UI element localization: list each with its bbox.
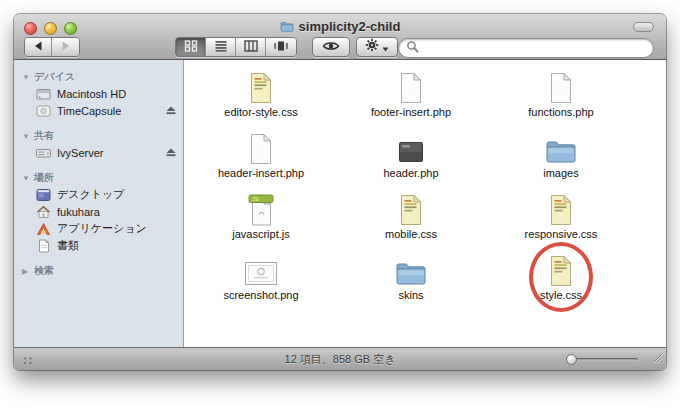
applications-icon	[36, 222, 52, 236]
forward-button[interactable]	[52, 38, 79, 56]
file-name: screenshot.png	[223, 289, 298, 301]
css-file-icon	[398, 191, 424, 226]
sidebar-section-label: 検索	[34, 264, 54, 278]
file-item[interactable]: style.css	[486, 249, 636, 310]
back-arrow-icon	[32, 38, 44, 56]
eject-icon[interactable]	[166, 147, 176, 159]
file-item[interactable]: header-insert.php	[186, 127, 336, 188]
list-view-button[interactable]	[206, 38, 236, 56]
document-file-icon	[248, 130, 274, 165]
search-input[interactable]	[423, 41, 646, 55]
css-file-icon	[548, 191, 574, 226]
back-button[interactable]	[25, 38, 52, 56]
icon-view-button[interactable]	[176, 38, 206, 56]
sidebar-item[interactable]: デスクトップ	[14, 186, 183, 203]
disclosure-triangle-icon[interactable]: ▼	[22, 73, 30, 82]
file-name: style.css	[540, 289, 582, 301]
home-icon	[36, 205, 52, 219]
quicklook-button[interactable]	[312, 37, 350, 57]
sidebar-section-header[interactable]: ▼デバイス	[14, 69, 183, 85]
sidebar-section-header[interactable]: ▶検索	[14, 263, 183, 279]
titlebar[interactable]: simplicity2-child	[14, 14, 666, 60]
column-view-button[interactable]	[236, 38, 266, 56]
documents-icon	[36, 239, 52, 253]
file-grid: editor-style.cssfooter-insert.phpfunctio…	[184, 60, 666, 347]
page-title: simplicity2-child	[299, 19, 401, 34]
hard-drive-icon	[36, 87, 52, 101]
file-item[interactable]: header.php	[336, 127, 486, 188]
file-name: editor-style.css	[224, 106, 297, 118]
svg-text:JS: JS	[252, 196, 259, 202]
file-name: javascript.js	[232, 228, 289, 240]
disclosure-triangle-icon[interactable]: ▶	[22, 267, 30, 276]
coverflow-view-icon	[273, 38, 289, 56]
sidebar-item[interactable]: TimeCapsule	[14, 102, 183, 119]
file-name: functions.php	[528, 106, 593, 118]
js-file-icon: JS	[247, 191, 275, 226]
icon-view-icon	[184, 38, 198, 56]
eye-icon	[322, 38, 340, 56]
file-item[interactable]: functions.php	[486, 66, 636, 127]
sidebar-section: ▶検索	[14, 263, 183, 279]
file-item[interactable]: JSjavascript.js	[186, 188, 336, 249]
sidebar-section-header[interactable]: ▼場所	[14, 170, 183, 186]
action-button[interactable]	[356, 37, 398, 57]
file-item[interactable]: responsive.css	[486, 188, 636, 249]
file-item[interactable]: images	[486, 127, 636, 188]
server-icon	[36, 146, 52, 160]
sidebar-section: ▼場所デスクトップfukuharaアプリケーション書類	[14, 170, 183, 254]
eject-icon[interactable]	[166, 105, 176, 117]
sidebar-item-label: アプリケーション	[57, 221, 147, 236]
forward-arrow-icon	[60, 38, 72, 56]
sidebar-item[interactable]: アプリケーション	[14, 220, 183, 237]
sidebar-item-label: fukuhara	[57, 206, 100, 218]
file-item[interactable]: screenshot.png	[186, 249, 336, 310]
image-thumbnail-icon	[244, 252, 278, 287]
sidebar-item[interactable]: 書類	[14, 237, 183, 254]
file-name: skins	[398, 289, 423, 301]
folder-icon	[280, 20, 294, 35]
disclosure-triangle-icon[interactable]: ▼	[22, 174, 30, 183]
nav-buttons	[24, 37, 80, 57]
sidebar-item[interactable]: fukuhara	[14, 203, 183, 220]
sidebar-item-label: 書類	[57, 238, 79, 253]
sidebar-item-label: TimeCapsule	[57, 105, 121, 117]
resize-grip[interactable]	[651, 349, 663, 367]
file-item[interactable]: skins	[336, 249, 486, 310]
css-file-icon	[248, 69, 274, 104]
finder-window: simplicity2-child	[14, 14, 666, 370]
coverflow-view-button[interactable]	[266, 38, 296, 56]
chevron-down-icon	[382, 38, 389, 56]
icon-size-slider[interactable]	[566, 356, 638, 363]
file-item[interactable]: footer-insert.php	[336, 66, 486, 127]
file-name: header.php	[383, 167, 438, 179]
desktop-icon	[36, 188, 52, 202]
sidebar-section-label: デバイス	[34, 70, 75, 84]
css-file-icon	[548, 252, 574, 287]
slider-knob[interactable]	[566, 354, 577, 365]
folder-icon	[545, 130, 577, 165]
sidebar: ▼デバイスMacintosh HDTimeCapsule▼共有IvyServer…	[14, 60, 184, 347]
file-item[interactable]: mobile.css	[336, 188, 486, 249]
file-name: images	[543, 167, 578, 179]
sidebar-item[interactable]: IvyServer	[14, 144, 183, 161]
search-field[interactable]	[398, 38, 654, 58]
sidebar-item-label: IvyServer	[57, 147, 103, 159]
file-item[interactable]: editor-style.css	[186, 66, 336, 127]
document-file-icon	[398, 69, 424, 104]
sidebar-item[interactable]: Macintosh HD	[14, 85, 183, 102]
view-mode-control	[175, 37, 297, 57]
file-name: responsive.css	[525, 228, 598, 240]
search-icon	[406, 39, 419, 57]
pane-grip-handle[interactable]	[22, 353, 34, 371]
sidebar-item-label: デスクトップ	[57, 187, 125, 202]
sidebar-section-label: 共有	[34, 129, 54, 143]
sidebar-section-label: 場所	[34, 171, 54, 185]
sidebar-section: ▼共有IvyServer	[14, 128, 183, 161]
disclosure-triangle-icon[interactable]: ▼	[22, 132, 30, 141]
toolbar-toggle-button[interactable]	[633, 22, 654, 32]
sidebar-section-header[interactable]: ▼共有	[14, 128, 183, 144]
column-view-icon	[244, 38, 258, 56]
item-count-status: 12 項目、858 GB 空き	[285, 352, 396, 367]
document-file-icon	[548, 69, 574, 104]
